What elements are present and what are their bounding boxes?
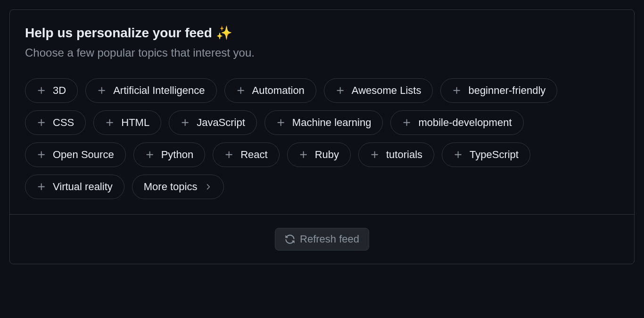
more-topics-label: More topics — [144, 181, 198, 193]
topic-chip-python[interactable]: Python — [133, 142, 206, 167]
topic-label: Open Source — [53, 149, 114, 161]
topic-chip-awesome-lists[interactable]: Awesome Lists — [324, 78, 433, 103]
topic-chip-javascript[interactable]: JavaScript — [169, 110, 257, 135]
topic-label: tutorials — [386, 149, 422, 161]
topic-label: Python — [161, 149, 194, 161]
topic-label: Artificial Intelligence — [113, 84, 205, 97]
chevron-right-icon — [204, 183, 212, 191]
topic-chip-virtual-reality[interactable]: Virtual reality — [25, 175, 124, 199]
topic-chip-html[interactable]: HTML — [93, 110, 161, 135]
plus-icon — [299, 150, 308, 159]
topic-chip-css[interactable]: CSS — [25, 110, 86, 135]
plus-icon — [97, 86, 107, 95]
topic-label: Virtual reality — [53, 181, 113, 193]
plus-icon — [145, 150, 155, 159]
plus-icon — [37, 118, 46, 127]
topic-chip-automation[interactable]: Automation — [224, 78, 316, 103]
topic-label: React — [240, 149, 267, 161]
topic-chip-typescript[interactable]: TypeScript — [442, 142, 530, 167]
topic-label: Machine learning — [292, 117, 372, 129]
topic-chip-open-source[interactable]: Open Source — [25, 142, 126, 167]
topic-label: 3D — [53, 84, 66, 97]
topic-label: JavaScript — [197, 117, 245, 129]
plus-icon — [37, 182, 46, 192]
more-topics-button[interactable]: More topics — [132, 175, 224, 199]
plus-icon — [402, 118, 412, 127]
topic-chip-machine-learning[interactable]: Machine learning — [264, 110, 383, 135]
topic-chip-tutorials[interactable]: tutorials — [358, 142, 434, 167]
topic-label: TypeScript — [470, 149, 519, 161]
refresh-icon — [285, 234, 295, 244]
topic-label: beginner-friendly — [468, 84, 545, 97]
topic-chip-react[interactable]: React — [213, 142, 279, 167]
refresh-feed-button[interactable]: Refresh feed — [275, 228, 369, 251]
personalize-feed-card: Help us personalize your feed ✨ Choose a… — [9, 9, 635, 264]
plus-icon — [37, 150, 46, 159]
topic-chip-beginner-friendly[interactable]: beginner-friendly — [440, 78, 557, 103]
plus-icon — [37, 86, 46, 95]
card-footer: Refresh feed — [10, 214, 634, 264]
plus-icon — [181, 118, 190, 127]
topic-label: mobile-development — [418, 117, 512, 129]
plus-icon — [236, 86, 246, 95]
topics-container: 3D Artificial Intelligence Automation — [25, 78, 619, 199]
topic-chip-mobile-development[interactable]: mobile-development — [390, 110, 523, 135]
topic-label: Automation — [252, 84, 305, 97]
topic-chip-ai[interactable]: Artificial Intelligence — [85, 78, 216, 103]
topic-chip-3d[interactable]: 3D — [25, 78, 78, 103]
plus-icon — [452, 86, 462, 95]
topic-label: HTML — [121, 117, 149, 129]
card-subtitle: Choose a few popular topics that interes… — [25, 46, 619, 59]
card-title: Help us personalize your feed ✨ — [25, 25, 619, 41]
plus-icon — [370, 150, 380, 159]
plus-icon — [454, 150, 463, 159]
plus-icon — [336, 86, 345, 95]
card-body: Help us personalize your feed ✨ Choose a… — [10, 10, 634, 214]
topic-label: Ruby — [315, 149, 339, 161]
plus-icon — [224, 150, 234, 159]
topic-label: CSS — [53, 117, 74, 129]
topic-chip-ruby[interactable]: Ruby — [287, 142, 351, 167]
plus-icon — [276, 118, 286, 127]
refresh-label: Refresh feed — [300, 233, 359, 245]
topic-label: Awesome Lists — [352, 84, 421, 97]
plus-icon — [105, 118, 115, 127]
